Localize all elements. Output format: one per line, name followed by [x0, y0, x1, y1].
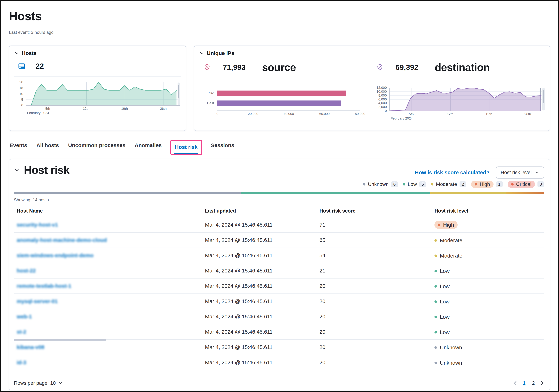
tab-host-risk[interactable]: Host risk	[174, 142, 198, 154]
tab-sessions[interactable]: Sessions	[210, 140, 235, 153]
chart-scrollbar[interactable]	[542, 88, 545, 110]
host-risk-score: 71	[317, 217, 432, 232]
chart-plot-area	[26, 82, 180, 106]
destination-pin-icon	[376, 64, 383, 71]
destination-ips-count: 69,392	[395, 63, 418, 72]
legend-count-badge: 1	[496, 182, 503, 187]
previous-page-button[interactable]	[512, 380, 518, 386]
bar-row-src: Src.	[199, 91, 360, 96]
host-name-cell: id-3	[14, 355, 202, 370]
x-axis-label: 26th	[160, 107, 167, 111]
x-axis-label: 19th	[121, 107, 128, 111]
tab-uncommon-processes[interactable]: Uncommon processes	[67, 140, 126, 153]
host-risk-level-badge: High	[434, 221, 457, 229]
page-title: Hosts	[9, 9, 550, 23]
severity-dot	[434, 239, 437, 242]
collapse-chevron-icon[interactable]	[14, 167, 19, 173]
host-name-link[interactable]: mysql-server-01	[17, 298, 58, 304]
hosts-kpi-panel: Hosts 22 05101520	[9, 46, 186, 131]
host-name-link[interactable]: id-3	[17, 359, 26, 365]
host-name-cell: anomaly-host-machine-demo-cloud	[14, 232, 202, 248]
chart-plot-area	[389, 88, 545, 111]
level-label: Low	[440, 329, 450, 335]
x-axis-month-label: February 2024	[26, 111, 180, 116]
tab-all-hosts[interactable]: All hosts	[36, 140, 60, 153]
horizontal-scrollbar[interactable]	[14, 339, 106, 341]
risk-distribution-segment-low	[241, 192, 430, 194]
host-name-link[interactable]: security-host-v1	[17, 222, 58, 228]
host-risk-score: 54	[317, 248, 432, 263]
hosts-tabs: Events All hosts Uncommon processes Anom…	[9, 140, 550, 153]
collapse-chevron-icon[interactable]	[14, 51, 19, 56]
destination-annotation-label: destination	[435, 61, 490, 73]
filter-button-label: Host risk level	[501, 170, 531, 175]
level-label: High	[443, 222, 454, 228]
risk-distribution-segment-moderate	[430, 192, 506, 194]
page-header: Hosts Last event: 3 hours ago	[9, 1, 550, 35]
host-risk-level-cell: Low	[432, 263, 544, 278]
risk-score-help-link[interactable]: How is risk score calculated?	[415, 170, 490, 175]
legend-item-moderate: Moderate2	[431, 182, 466, 187]
table-row: security-host-v1Mar 4, 2024 @ 15:46:45.6…	[14, 217, 544, 232]
table-row: host-22Mar 4, 2024 @ 15:46:45.61121Low	[14, 263, 544, 278]
x-axis-label: 5th	[45, 107, 50, 111]
severity-dot	[475, 183, 477, 185]
x-axis-label: 12th	[83, 107, 90, 111]
host-risk-level-cell: Low	[432, 278, 544, 294]
hosts-panel-title: Hosts	[22, 50, 37, 56]
host-risk-level-filter-button[interactable]: Host risk level	[496, 166, 544, 179]
host-risk-level-cell: Low	[432, 324, 544, 339]
column-header-host-risk-level[interactable]: Host risk level	[432, 205, 544, 217]
y-axis-label: 6,000	[378, 98, 387, 101]
next-page-button[interactable]	[539, 380, 545, 386]
source-bar	[217, 91, 346, 96]
page-1-button[interactable]: 1	[521, 380, 528, 387]
host-name-link[interactable]: anomaly-host-machine-demo-cloud	[17, 237, 107, 243]
host-name-link[interactable]: host-22	[17, 268, 36, 273]
column-header-last-updated[interactable]: Last updated	[202, 205, 317, 217]
host-name-cell: security-host-v1	[14, 217, 202, 232]
showing-count-text: Showing: 14 hosts	[14, 197, 550, 202]
rows-per-page-button[interactable]: Rows per page: 10	[14, 380, 62, 386]
y-axis-label: 10	[19, 92, 23, 96]
column-header-host-risk-score[interactable]: Host risk score ↓	[317, 205, 432, 217]
y-axis-label: 4,000	[378, 101, 387, 105]
page-2-button[interactable]: 2	[530, 380, 537, 387]
severity-dot	[434, 362, 437, 364]
host-risk-level-badge: Unknown	[434, 345, 462, 351]
host-name-link[interactable]: st-2	[17, 329, 26, 335]
bar-category-label: Dest.	[199, 101, 215, 105]
risk-distribution-segment-unknown	[14, 192, 241, 194]
host-name-link[interactable]: remote-testlab-host-1	[17, 283, 71, 289]
host-name-link[interactable]: web-1	[17, 314, 32, 319]
host-name-link[interactable]: siem-windows-endpoint-demo	[17, 252, 93, 258]
severity-dot	[431, 183, 433, 185]
severity-dot	[363, 183, 365, 185]
x-axis-month-label: February 2024	[389, 117, 545, 121]
severity-pill: Critical	[508, 181, 535, 188]
chevron-down-icon	[535, 170, 540, 175]
y-axis-label: 0	[21, 103, 23, 107]
tab-events[interactable]: Events	[9, 140, 28, 153]
y-axis-label: 12,000	[376, 86, 387, 90]
host-risk-level-cell: Moderate	[432, 232, 544, 248]
column-header-host-name[interactable]: Host Name	[14, 205, 202, 217]
table-row: remote-testlab-host-1Mar 4, 2024 @ 15:46…	[14, 278, 544, 294]
sort-desc-icon: ↓	[355, 208, 359, 214]
rows-per-page-label: Rows per page: 10	[14, 380, 56, 386]
host-risk-level-badge: Unknown	[434, 360, 462, 366]
legend-item-high: High1	[471, 181, 503, 188]
host-last-updated: Mar 4, 2024 @ 15:46:45.611	[202, 294, 317, 309]
legend-count-badge: 6	[391, 182, 398, 187]
tab-anomalies[interactable]: Anomalies	[134, 140, 162, 153]
divider	[14, 76, 181, 76]
host-name-cell: st-2	[14, 324, 202, 339]
collapse-chevron-icon[interactable]	[199, 51, 204, 56]
severity-dot	[511, 183, 514, 185]
unique-ips-panel-title: Unique IPs	[207, 50, 234, 56]
host-name-link[interactable]: kibana-v08	[17, 344, 44, 350]
bar-category-label: Src.	[199, 91, 215, 95]
source-pin-icon	[204, 64, 211, 71]
legend-count-badge: 5	[419, 182, 426, 187]
chart-scrollbar[interactable]	[177, 82, 180, 105]
